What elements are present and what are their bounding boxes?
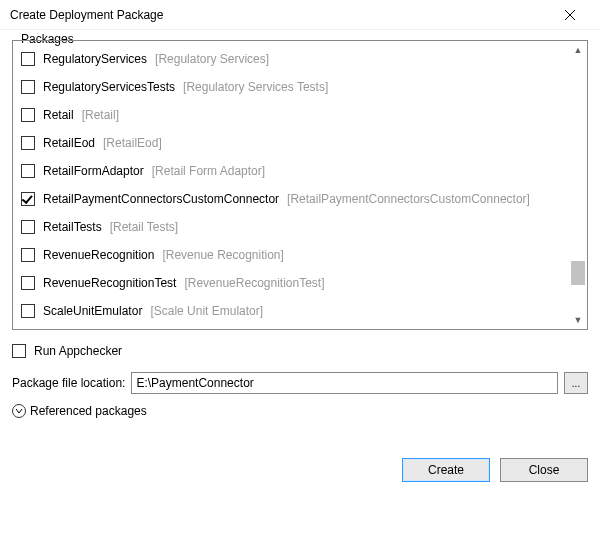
packages-listbox: RegulatoryServices[Regulatory Services]R… [12, 40, 588, 330]
package-friendly-name: [Retail Form Adaptor] [152, 164, 265, 178]
package-checkbox[interactable] [21, 164, 35, 178]
scrollbar-thumb[interactable] [571, 261, 585, 285]
title-bar: Create Deployment Package [0, 0, 600, 30]
package-checkbox[interactable] [21, 276, 35, 290]
close-icon[interactable] [550, 0, 590, 30]
package-row[interactable]: RevenueRecognitionTest[RevenueRecognitio… [17, 269, 583, 297]
location-input[interactable] [131, 372, 558, 394]
package-row[interactable]: RegulatoryServices[Regulatory Services] [17, 45, 583, 73]
package-row[interactable]: RetailPaymentConnectorsCustomConnector[R… [17, 185, 583, 213]
package-name: RetailTests [43, 220, 102, 234]
referenced-packages-label: Referenced packages [30, 404, 147, 418]
chevron-down-icon [12, 404, 26, 418]
package-checkbox[interactable] [21, 80, 35, 94]
package-checkbox[interactable] [21, 136, 35, 150]
scroll-down-icon[interactable]: ▼ [571, 313, 585, 327]
run-appchecker-checkbox[interactable] [12, 344, 26, 358]
package-name: RetailFormAdaptor [43, 164, 144, 178]
package-friendly-name: [RetailEod] [103, 136, 162, 150]
run-appchecker-label: Run Appchecker [34, 344, 122, 358]
package-name: RevenueRecognition [43, 248, 154, 262]
package-row[interactable]: RetailFormAdaptor[Retail Form Adaptor] [17, 157, 583, 185]
package-row[interactable]: ScaleUnitEmulator[Scale Unit Emulator] [17, 297, 583, 325]
package-checkbox[interactable] [21, 220, 35, 234]
packages-fieldset: Packages RegulatoryServices[Regulatory S… [12, 40, 588, 330]
package-checkbox[interactable] [21, 248, 35, 262]
package-checkbox[interactable] [21, 52, 35, 66]
package-name: Retail [43, 108, 74, 122]
scroll-up-icon[interactable]: ▲ [571, 43, 585, 57]
location-row: Package file location: ... [12, 372, 588, 394]
package-row[interactable]: RetailTests[Retail Tests] [17, 213, 583, 241]
package-name: RetailEod [43, 136, 95, 150]
browse-button[interactable]: ... [564, 372, 588, 394]
package-friendly-name: [Revenue Recognition] [162, 248, 283, 262]
package-friendly-name: [Retail Tests] [110, 220, 178, 234]
package-friendly-name: [Retail] [82, 108, 119, 122]
package-row[interactable]: RegulatoryServicesTests[Regulatory Servi… [17, 73, 583, 101]
package-friendly-name: [Regulatory Services Tests] [183, 80, 328, 94]
create-button[interactable]: Create [402, 458, 490, 482]
package-checkbox[interactable] [21, 304, 35, 318]
package-name: ScaleUnitEmulator [43, 304, 142, 318]
package-friendly-name: [RetailPaymentConnectorsCustomConnector] [287, 192, 530, 206]
dialog-button-row: Create Close [12, 458, 588, 482]
package-row[interactable]: RetailEod[RetailEod] [17, 129, 583, 157]
package-checkbox[interactable] [21, 108, 35, 122]
window-title: Create Deployment Package [10, 8, 163, 22]
referenced-packages-toggle[interactable]: Referenced packages [12, 404, 588, 418]
package-friendly-name: [Scale Unit Emulator] [150, 304, 263, 318]
package-friendly-name: [RevenueRecognitionTest] [184, 276, 324, 290]
run-appchecker-row: Run Appchecker [12, 344, 588, 358]
package-name: RevenueRecognitionTest [43, 276, 176, 290]
package-name: RegulatoryServices [43, 52, 147, 66]
close-button[interactable]: Close [500, 458, 588, 482]
location-label: Package file location: [12, 376, 125, 390]
package-name: RegulatoryServicesTests [43, 80, 175, 94]
package-name: RetailPaymentConnectorsCustomConnector [43, 192, 279, 206]
package-row[interactable]: Retail[Retail] [17, 101, 583, 129]
package-row[interactable]: RevenueRecognition[Revenue Recognition] [17, 241, 583, 269]
package-friendly-name: [Regulatory Services] [155, 52, 269, 66]
package-checkbox[interactable] [21, 192, 35, 206]
